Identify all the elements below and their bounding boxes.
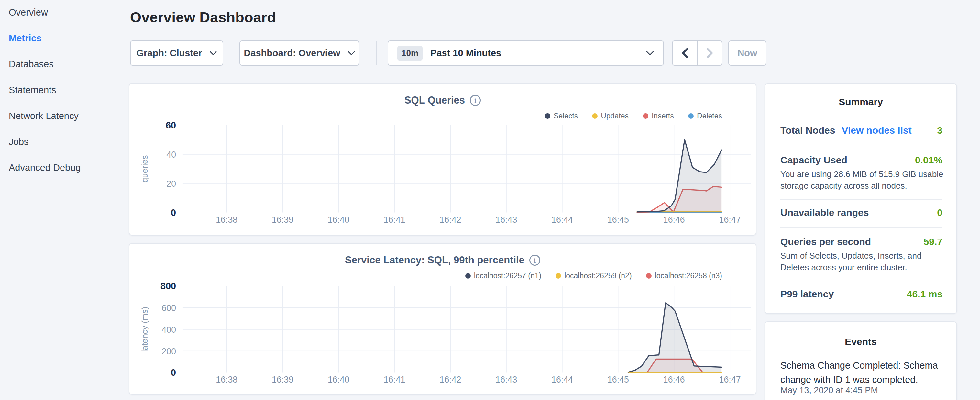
- event-message[interactable]: Schema Change Completed: Schema change w…: [780, 358, 944, 387]
- summary-row-total-nodes: Total Nodes View nodes list 3: [780, 125, 942, 136]
- summary-panel: Summary Total Nodes View nodes list 3 Ca…: [765, 83, 957, 314]
- sidebar-item-metrics[interactable]: Metrics: [9, 32, 42, 44]
- svg-text:16:40: 16:40: [328, 375, 349, 384]
- p99-latency-label: P99 latency: [780, 288, 834, 300]
- sidebar-item-advanced-debug[interactable]: Advanced Debug: [9, 162, 81, 174]
- svg-text:16:46: 16:46: [663, 375, 685, 384]
- svg-text:16:38: 16:38: [216, 375, 237, 384]
- total-nodes-label: Total Nodes: [780, 125, 835, 136]
- svg-text:40: 40: [166, 150, 176, 159]
- toolbar-divider: [376, 41, 377, 65]
- capacity-used-label: Capacity Used: [780, 155, 847, 166]
- svg-text:16:41: 16:41: [384, 375, 406, 384]
- summary-row-p99-latency: P99 latency 46.1 ms: [780, 288, 942, 300]
- svg-text:16:38: 16:38: [216, 215, 237, 225]
- svg-text:queries: queries: [140, 155, 149, 183]
- chevron-down-icon: [347, 51, 355, 56]
- divider: [780, 146, 942, 146]
- chevron-down-icon: [646, 51, 654, 56]
- sql-queries-chart-card: SQL Queries i SelectsUpdatesInsertsDelet…: [129, 83, 756, 236]
- svg-text:16:44: 16:44: [551, 215, 573, 225]
- divider: [780, 199, 942, 200]
- time-window-select[interactable]: 10m Past 10 Minutes: [388, 40, 664, 66]
- svg-text:60: 60: [165, 120, 176, 131]
- total-nodes-value: 3: [937, 125, 942, 136]
- svg-text:16:47: 16:47: [719, 375, 741, 384]
- svg-text:16:47: 16:47: [719, 215, 741, 225]
- service-latency-chart: 16:3816:3916:4016:4116:4216:4316:4416:45…: [129, 244, 756, 394]
- now-button[interactable]: Now: [728, 40, 767, 66]
- svg-text:0: 0: [171, 207, 176, 218]
- qps-value: 59.7: [924, 236, 942, 247]
- sidebar-item-jobs[interactable]: Jobs: [9, 136, 29, 148]
- time-back-button[interactable]: [673, 41, 698, 65]
- sidebar-item-overview[interactable]: Overview: [9, 6, 48, 18]
- unavailable-ranges-value: 0: [937, 207, 942, 218]
- events-panel: Events Schema Change Completed: Schema c…: [765, 321, 957, 400]
- chevron-left-icon: [681, 48, 689, 59]
- svg-text:16:43: 16:43: [495, 375, 517, 384]
- sidebar-item-databases[interactable]: Databases: [9, 58, 54, 70]
- event-timestamp: May 13, 2020 at 4:45 PM: [780, 386, 944, 395]
- time-nav-group: [672, 40, 722, 66]
- svg-text:0: 0: [171, 367, 176, 378]
- time-window-badge: 10m: [397, 46, 423, 61]
- sidebar-item-statements[interactable]: Statements: [9, 84, 56, 96]
- svg-text:600: 600: [161, 303, 176, 313]
- svg-text:16:39: 16:39: [272, 215, 293, 225]
- graph-scope-dropdown[interactable]: Graph: Cluster: [130, 40, 223, 66]
- svg-text:16:43: 16:43: [495, 215, 517, 225]
- sidebar-item-network-latency[interactable]: Network Latency: [9, 110, 79, 122]
- svg-text:16:44: 16:44: [551, 375, 573, 384]
- svg-text:16:42: 16:42: [440, 215, 461, 225]
- svg-text:16:45: 16:45: [607, 375, 629, 384]
- summary-row-unavailable-ranges: Unavailable ranges 0: [780, 207, 942, 218]
- time-window-label: Past 10 Minutes: [430, 48, 501, 59]
- sidebar: Overview Metrics Databases Statements Ne…: [0, 0, 127, 400]
- sql-queries-chart: 16:3816:3916:4016:4116:4216:4316:4416:45…: [129, 84, 756, 235]
- chevron-right-icon: [706, 48, 713, 59]
- svg-text:800: 800: [161, 281, 176, 291]
- page-title: Overview Dashboard: [130, 9, 276, 26]
- dashboard-dropdown[interactable]: Dashboard: Overview: [239, 40, 360, 66]
- divider: [780, 227, 942, 228]
- svg-text:16:40: 16:40: [328, 215, 349, 225]
- svg-text:16:39: 16:39: [272, 375, 293, 384]
- unavailable-ranges-label: Unavailable ranges: [780, 207, 869, 218]
- view-nodes-list-link[interactable]: View nodes list: [842, 125, 912, 136]
- svg-text:16:41: 16:41: [384, 215, 406, 225]
- svg-text:16:46: 16:46: [663, 215, 685, 225]
- summary-row-qps: Queries per second 59.7: [780, 236, 942, 247]
- svg-text:200: 200: [161, 347, 176, 356]
- qps-description: Sum of Selects, Updates, Inserts, and De…: [780, 250, 944, 273]
- qps-label: Queries per second: [780, 236, 871, 247]
- summary-row-capacity-used: Capacity Used 0.01%: [780, 155, 942, 166]
- graph-scope-label: Graph: Cluster: [136, 48, 202, 59]
- events-title: Events: [765, 336, 956, 347]
- capacity-used-description: You are using 28.6 MiB of 515.9 GiB usab…: [780, 168, 944, 191]
- svg-text:latency (ms): latency (ms): [140, 307, 149, 352]
- dashboard-label: Dashboard: Overview: [243, 48, 340, 59]
- p99-latency-value: 46.1 ms: [907, 288, 942, 300]
- svg-text:400: 400: [161, 325, 176, 335]
- svg-text:20: 20: [166, 179, 176, 189]
- summary-title: Summary: [765, 96, 956, 107]
- chevron-down-icon: [209, 51, 217, 56]
- svg-text:16:45: 16:45: [607, 215, 629, 225]
- service-latency-chart-card: Service Latency: SQL, 99th percentile i …: [129, 243, 756, 395]
- page: Overview Metrics Databases Statements Ne…: [0, 0, 980, 400]
- capacity-used-value: 0.01%: [915, 155, 942, 166]
- svg-text:16:42: 16:42: [440, 375, 461, 384]
- time-forward-button[interactable]: [698, 41, 722, 65]
- divider: [780, 280, 942, 281]
